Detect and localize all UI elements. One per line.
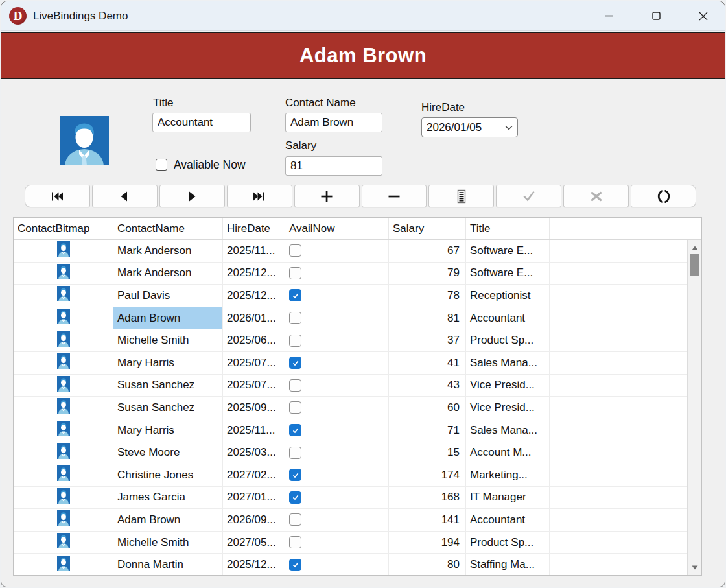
cell-contact-bitmap[interactable] bbox=[14, 532, 113, 554]
cell-contact-name[interactable]: Adam Brown bbox=[113, 509, 223, 531]
cell-avail-now[interactable] bbox=[285, 532, 389, 554]
avail-now-checkbox[interactable] bbox=[289, 424, 301, 436]
cell-avail-now[interactable] bbox=[285, 509, 389, 531]
cell-hire-date[interactable]: 2026/01... bbox=[223, 307, 285, 329]
cell-contact-name[interactable]: Adam Brown bbox=[113, 307, 223, 329]
avail-now-checkbox[interactable] bbox=[289, 536, 301, 548]
cell-salary[interactable]: 168 bbox=[389, 487, 466, 509]
column-header-contactbitmap[interactable]: ContactBitmap bbox=[14, 218, 113, 239]
cell-contact-bitmap[interactable] bbox=[14, 352, 113, 374]
salary-input[interactable] bbox=[285, 156, 382, 176]
cell-salary[interactable]: 37 bbox=[389, 329, 466, 351]
column-header-contactname[interactable]: ContactName bbox=[113, 218, 223, 239]
available-now-checkbox[interactable] bbox=[156, 159, 167, 171]
cell-hire-date[interactable]: 2025/11... bbox=[223, 240, 285, 262]
avail-now-checkbox[interactable] bbox=[289, 335, 301, 347]
avail-now-checkbox[interactable] bbox=[289, 289, 301, 301]
cell-salary[interactable]: 194 bbox=[389, 532, 466, 554]
cell-avail-now[interactable] bbox=[285, 329, 389, 351]
cell-salary[interactable]: 60 bbox=[389, 397, 466, 419]
cell-salary[interactable]: 43 bbox=[389, 375, 466, 397]
cell-avail-now[interactable] bbox=[285, 397, 389, 419]
cell-hire-date[interactable]: 2027/05... bbox=[223, 532, 285, 554]
cell-contact-bitmap[interactable] bbox=[14, 397, 113, 419]
nav-post-button[interactable] bbox=[496, 185, 561, 207]
cell-salary[interactable]: 67 bbox=[389, 240, 466, 262]
cell-salary[interactable]: 71 bbox=[389, 419, 466, 441]
cell-avail-now[interactable] bbox=[285, 441, 389, 464]
nav-first-button[interactable] bbox=[25, 185, 90, 207]
contact-name-input[interactable] bbox=[285, 113, 382, 132]
cell-contact-bitmap[interactable] bbox=[14, 263, 113, 285]
cell-avail-now[interactable] bbox=[285, 352, 389, 374]
cell-hire-date[interactable]: 2027/02... bbox=[223, 464, 285, 486]
title-input[interactable] bbox=[152, 113, 251, 132]
column-header-title[interactable]: Title bbox=[466, 218, 550, 239]
cell-avail-now[interactable] bbox=[285, 307, 389, 329]
cell-contact-name[interactable]: Mark Anderson bbox=[113, 240, 223, 262]
nav-edit-button[interactable] bbox=[428, 185, 494, 207]
cell-title[interactable]: Marketing... bbox=[466, 464, 550, 486]
cell-hire-date[interactable]: 2025/12... bbox=[223, 554, 285, 575]
nav-delete-button[interactable] bbox=[362, 185, 427, 207]
cell-hire-date[interactable]: 2025/12... bbox=[223, 285, 285, 307]
scrollbar-thumb[interactable] bbox=[690, 254, 699, 276]
cell-contact-bitmap[interactable] bbox=[14, 419, 113, 441]
avail-now-checkbox[interactable] bbox=[289, 401, 301, 414]
cell-avail-now[interactable] bbox=[285, 487, 389, 509]
cell-hire-date[interactable]: 2026/09... bbox=[223, 509, 285, 531]
cell-hire-date[interactable]: 2025/07... bbox=[223, 375, 285, 397]
cell-contact-bitmap[interactable] bbox=[14, 375, 113, 397]
cell-contact-name[interactable]: Donna Martin bbox=[113, 554, 223, 575]
column-header-availnow[interactable]: AvailNow bbox=[285, 218, 389, 239]
cell-contact-name[interactable]: Michelle Smith bbox=[113, 329, 223, 351]
scroll-down-icon[interactable] bbox=[688, 562, 701, 572]
nav-prior-button[interactable] bbox=[92, 185, 158, 207]
cell-avail-now[interactable] bbox=[285, 419, 389, 441]
cell-hire-date[interactable]: 2025/06... bbox=[223, 329, 285, 351]
avail-now-checkbox[interactable] bbox=[289, 469, 301, 481]
cell-salary[interactable]: 41 bbox=[389, 352, 466, 374]
cell-contact-name[interactable]: James Garcia bbox=[113, 487, 223, 509]
cell-hire-date[interactable]: 2025/09... bbox=[223, 397, 285, 419]
cell-contact-bitmap[interactable] bbox=[14, 487, 113, 509]
cell-salary[interactable]: 79 bbox=[389, 263, 466, 285]
avail-now-checkbox[interactable] bbox=[289, 312, 301, 324]
nav-insert-button[interactable] bbox=[294, 185, 360, 207]
cell-contact-name[interactable]: Paul Davis bbox=[113, 285, 223, 307]
cell-hire-date[interactable]: 2025/03... bbox=[223, 441, 285, 464]
cell-contact-bitmap[interactable] bbox=[14, 554, 113, 575]
cell-title[interactable]: IT Manager bbox=[466, 487, 550, 509]
cell-title[interactable]: Product Sp... bbox=[466, 329, 550, 351]
avail-now-checkbox[interactable] bbox=[289, 447, 301, 459]
cell-contact-bitmap[interactable] bbox=[14, 285, 113, 307]
avail-now-checkbox[interactable] bbox=[289, 513, 301, 526]
cell-title[interactable]: Sales Mana... bbox=[466, 352, 550, 374]
hire-date-combobox[interactable]: 2026/01/05 bbox=[421, 117, 518, 137]
cell-salary[interactable]: 15 bbox=[389, 441, 466, 464]
cell-avail-now[interactable] bbox=[285, 240, 389, 262]
cell-avail-now[interactable] bbox=[285, 285, 389, 307]
nav-cancel-button[interactable] bbox=[563, 185, 629, 207]
cell-avail-now[interactable] bbox=[285, 375, 389, 397]
cell-contact-bitmap[interactable] bbox=[14, 240, 113, 262]
cell-hire-date[interactable]: 2025/12... bbox=[223, 263, 285, 285]
cell-title[interactable]: Receptionist bbox=[466, 285, 550, 307]
cell-title[interactable]: Vice Presid... bbox=[466, 397, 550, 419]
cell-contact-bitmap[interactable] bbox=[14, 307, 113, 329]
cell-contact-name[interactable]: Mary Harris bbox=[113, 419, 223, 441]
cell-contact-bitmap[interactable] bbox=[14, 329, 113, 351]
minimize-button[interactable] bbox=[594, 2, 624, 30]
cell-title[interactable]: Product Sp... bbox=[466, 532, 550, 554]
cell-avail-now[interactable] bbox=[285, 554, 389, 575]
cell-title[interactable]: Staffing Ma... bbox=[466, 554, 550, 575]
avail-now-checkbox[interactable] bbox=[289, 559, 301, 571]
column-header-salary[interactable]: Salary bbox=[389, 218, 466, 239]
cell-avail-now[interactable] bbox=[285, 464, 389, 486]
avail-now-checkbox[interactable] bbox=[289, 379, 301, 392]
cell-contact-name[interactable]: Mary Harris bbox=[113, 352, 223, 374]
cell-title[interactable]: Accountant bbox=[466, 307, 550, 329]
cell-contact-bitmap[interactable] bbox=[14, 441, 113, 464]
cell-contact-name[interactable]: Susan Sanchez bbox=[113, 375, 223, 397]
nav-refresh-button[interactable] bbox=[631, 185, 696, 207]
